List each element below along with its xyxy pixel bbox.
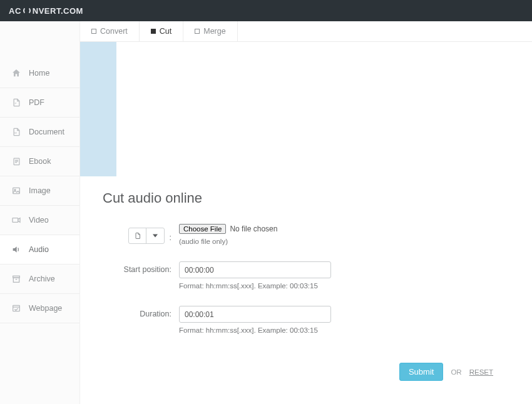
refresh-icon bbox=[23, 7, 31, 14]
cut-audio-form: : Choose File No file chosen (audio file… bbox=[103, 224, 532, 345]
tab-merge[interactable]: Merge bbox=[183, 21, 237, 41]
sidebar-item-audio[interactable]: Audio bbox=[0, 235, 79, 265]
source-colon: : bbox=[170, 233, 171, 242]
sidebar-item-pdf[interactable]: P PDF bbox=[0, 88, 79, 118]
tab-cut[interactable]: Cut bbox=[140, 21, 183, 41]
sidebar-item-home[interactable]: Home bbox=[0, 59, 79, 88]
main-panel: Convert Cut Merge Cut audio online bbox=[80, 21, 532, 404]
svg-text:P: P bbox=[14, 102, 16, 105]
sidebar-item-document[interactable]: W Document bbox=[0, 118, 79, 147]
document-icon: W bbox=[11, 127, 21, 137]
sidebar: Home P PDF W Document Ebook Image bbox=[0, 21, 80, 404]
sidebar-item-label: Home bbox=[29, 69, 49, 78]
tab-convert[interactable]: Convert bbox=[80, 21, 140, 41]
duration-label: Duration: bbox=[103, 306, 178, 318]
site-logo[interactable]: AC NVERT.COM bbox=[9, 6, 83, 16]
image-icon bbox=[11, 186, 21, 196]
sidebar-item-archive[interactable]: Archive bbox=[0, 265, 79, 294]
duration-input[interactable] bbox=[179, 306, 331, 323]
archive-icon bbox=[11, 274, 21, 284]
page-title: Cut audio online bbox=[103, 190, 532, 206]
svg-text:W: W bbox=[14, 131, 17, 134]
ad-banner-area bbox=[80, 42, 532, 176]
audio-icon bbox=[11, 245, 21, 255]
tab-label: Convert bbox=[100, 27, 128, 36]
audio-only-hint: (audio file only) bbox=[179, 238, 532, 245]
sidebar-item-webpage[interactable]: Webpage bbox=[0, 294, 79, 323]
file-icon bbox=[129, 228, 146, 243]
pdf-icon: P bbox=[11, 98, 21, 108]
sidebar-item-label: Image bbox=[29, 186, 51, 195]
sidebar-item-video[interactable]: Video bbox=[0, 206, 79, 235]
sidebar-item-image[interactable]: Image bbox=[0, 176, 79, 206]
start-position-label: Start position: bbox=[103, 261, 178, 274]
tab-label: Cut bbox=[160, 27, 171, 36]
topbar: AC NVERT.COM bbox=[0, 0, 532, 21]
duration-hint: Format: hh:mm:ss[.xxx]. Example: 00:03:1… bbox=[179, 326, 532, 334]
ad-strip bbox=[80, 42, 116, 176]
sidebar-item-label: Ebook bbox=[29, 157, 51, 166]
caret-down-icon bbox=[146, 228, 164, 243]
sidebar-item-label: PDF bbox=[29, 98, 44, 107]
sidebar-item-label: Webpage bbox=[29, 304, 62, 313]
square-icon bbox=[195, 29, 200, 34]
tab-label: Merge bbox=[203, 27, 225, 36]
square-icon bbox=[151, 29, 156, 34]
sidebar-item-ebook[interactable]: Ebook bbox=[0, 147, 79, 176]
svg-rect-10 bbox=[13, 278, 19, 282]
source-type-dropdown[interactable] bbox=[128, 228, 165, 244]
start-position-input[interactable] bbox=[179, 261, 331, 278]
square-icon bbox=[91, 29, 96, 34]
logo-pre: AC bbox=[9, 6, 21, 16]
logo-post: NVERT.COM bbox=[33, 6, 83, 16]
reset-link[interactable]: RESET bbox=[469, 368, 493, 376]
webpage-icon bbox=[11, 303, 21, 313]
sidebar-item-label: Archive bbox=[29, 275, 55, 283]
start-position-hint: Format: hh:mm:ss[.xxx]. Example: 00:03:1… bbox=[179, 282, 532, 290]
tab-bar: Convert Cut Merge bbox=[80, 21, 532, 42]
svg-rect-6 bbox=[13, 188, 20, 193]
no-file-chosen-label: No file chosen bbox=[230, 225, 277, 233]
home-icon bbox=[11, 68, 21, 78]
video-icon bbox=[11, 215, 21, 225]
ebook-icon bbox=[11, 156, 21, 166]
sidebar-item-label: Video bbox=[29, 216, 49, 225]
sidebar-item-label: Audio bbox=[29, 245, 49, 254]
svg-rect-8 bbox=[13, 218, 18, 223]
sidebar-item-label: Document bbox=[29, 128, 64, 136]
or-label: OR bbox=[451, 368, 461, 376]
submit-button[interactable]: Submit bbox=[399, 363, 443, 381]
choose-file-button[interactable]: Choose File bbox=[179, 224, 226, 234]
